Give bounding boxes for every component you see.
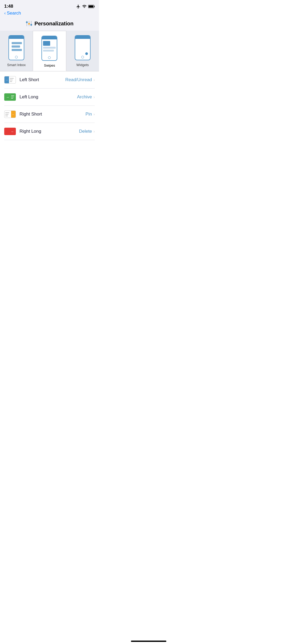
left-short-value: Read/Unread: [65, 77, 92, 82]
swipe-item-left-long[interactable]: → Left Long Archive ›: [4, 89, 95, 106]
left-short-chevron: ›: [93, 78, 95, 82]
right-short-lines: [4, 112, 11, 117]
right-short-label: Right Short: [20, 112, 86, 117]
right-long-value: Delete: [79, 129, 92, 134]
left-short-icon: →: [4, 76, 16, 84]
left-long-label: Left Long: [20, 94, 77, 100]
tab-widgets[interactable]: Widgets: [66, 31, 99, 71]
tab-swipes-label: Swipes: [44, 63, 55, 67]
widgets-icon: [73, 34, 92, 61]
right-short-arrow: ←: [12, 113, 15, 116]
status-icons: [76, 4, 95, 9]
left-short-lines: [9, 77, 16, 83]
right-long-chevron: ›: [93, 129, 95, 134]
swipe-list: → Left Short Read/Unread › → Left Long A…: [0, 71, 99, 140]
right-long-arrow: ←: [11, 130, 14, 134]
svg-rect-2: [89, 5, 93, 7]
wifi-icon: [82, 4, 87, 9]
right-short-value: Pin: [86, 112, 92, 117]
tab-bar: Smart Inbox Swipes: [0, 31, 99, 71]
back-chevron-icon: ‹: [4, 11, 6, 16]
airplane-icon: [76, 4, 81, 9]
svg-point-4: [26, 21, 28, 23]
left-long-arrow: →: [6, 95, 9, 99]
tab-smart-inbox-label: Smart Inbox: [7, 63, 26, 67]
left-short-label: Left Short: [20, 77, 65, 82]
personalization-icon: [26, 20, 32, 27]
smart-inbox-icon: [7, 34, 26, 61]
status-bar: 1:48: [0, 0, 99, 10]
right-short-chevron: ›: [93, 112, 95, 116]
left-long-icon: →: [4, 93, 16, 101]
svg-point-6: [28, 23, 30, 25]
swipes-icon: [40, 35, 59, 61]
right-long-icon: ←: [4, 128, 16, 135]
page-title: Personalization: [26, 20, 74, 27]
left-long-value: Archive: [77, 94, 92, 100]
swipe-item-right-long[interactable]: ← Right Long Delete ›: [4, 123, 95, 140]
status-time: 1:48: [4, 4, 13, 9]
battery-icon: [88, 5, 95, 8]
back-label: Search: [7, 11, 21, 16]
right-long-label: Right Long: [20, 129, 79, 134]
right-short-icon: ←: [4, 111, 16, 118]
left-long-chevron: ›: [93, 95, 95, 99]
nav-header: Personalization: [0, 18, 99, 31]
swipe-item-right-short[interactable]: ← Right Short Pin ›: [4, 106, 95, 123]
back-nav: ‹ Search: [0, 10, 99, 18]
tab-swipes[interactable]: Swipes: [33, 31, 66, 71]
left-short-arrow: →: [5, 79, 8, 81]
svg-point-8: [30, 24, 32, 25]
back-button[interactable]: ‹ Search: [4, 11, 95, 16]
left-long-lines: [11, 95, 14, 99]
svg-rect-1: [94, 6, 95, 7]
swipe-item-left-short[interactable]: → Left Short Read/Unread ›: [4, 71, 95, 89]
page-title-text: Personalization: [35, 21, 74, 27]
tab-widgets-label: Widgets: [76, 63, 89, 67]
tab-smart-inbox[interactable]: Smart Inbox: [0, 31, 33, 71]
right-short-colored-part: ←: [11, 111, 16, 118]
